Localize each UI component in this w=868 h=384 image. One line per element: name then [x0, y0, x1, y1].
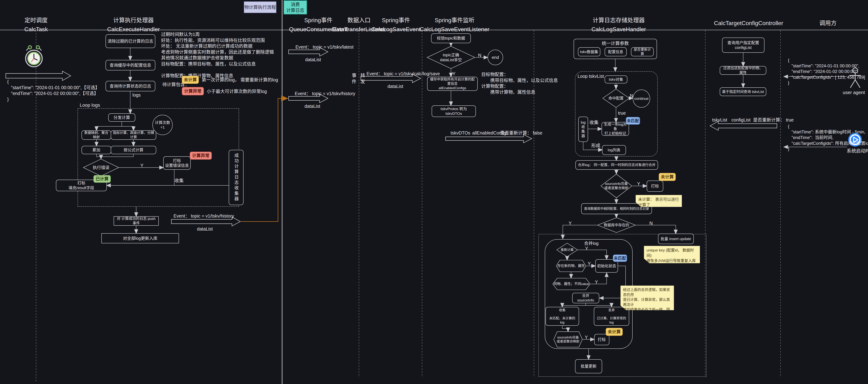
badge-calc-error-mark: 计算异常 — [190, 152, 212, 159]
badge-unmatched-gen: 未匹配 — [626, 117, 640, 124]
chip-recalc-flag: 是否重新计算 — [631, 47, 654, 56]
label-event-save: Event： topic = v1/tskv/calc/log/save — [367, 71, 440, 77]
box-collect-unmatched: 收集 未匹配、未计算的log — [546, 307, 579, 326]
diamond-db-exists: 数据库中存在的 — [597, 217, 636, 233]
label-event-history-mid: Event： topic = v1/tskv/history — [295, 91, 355, 96]
label-collect-right: 收集 — [589, 119, 598, 125]
json-note-left: { "startTime": "2024-01-01 00:00:00",【可选… — [7, 79, 100, 102]
badge-calc-error-legend: 计算异常 — [182, 87, 204, 95]
label-datalist-left: dataList — [197, 226, 213, 232]
label-recalc-false: 是否重新计算： false — [500, 130, 542, 136]
box-query-pending-logs: 查询待计算状态的日志 — [105, 81, 155, 91]
label-collect-left: 收集 — [175, 178, 184, 184]
box-query-user-config: 查询用户指定配置 configList — [722, 37, 765, 53]
chip-tskv-dataset: tskv数据集 — [578, 47, 600, 56]
label-event-latest: Event： topic = v1/tskv/latest — [296, 44, 353, 50]
legend-label: 物计算执行流程 — [244, 4, 276, 10]
diamond-recalc: 重新计算 — [556, 243, 578, 257]
badge-not-calc-top: 未计算 — [659, 173, 676, 181]
box-query-cached-config: 查询缓存中的配置信息 — [105, 60, 155, 70]
participant-subtitle: CalcLogSaveHandler — [591, 25, 646, 34]
badge-calculated: 已计算 — [93, 175, 111, 183]
legend-label: 实时数据消费 计算日志生成 — [284, 0, 307, 19]
box-log-collector: log 收 集 器 — [578, 117, 588, 142]
participant-calclogsaveeventlistener: Spring事件监听 CalcLogSaveEventListener — [420, 16, 489, 34]
diamond-exec-error: 执行错误 — [83, 159, 119, 176]
box-dispatch-calc: 分发计算 — [108, 113, 135, 122]
box-log-list: log列表 — [602, 145, 626, 155]
label-recalc-true: 是否重新计算： true — [753, 117, 794, 123]
note-config-types-left: 目标物配置：携带目标物、属性，以及公式信息 计算物配置：携带计算物、属性信息 — [161, 61, 256, 79]
label-exec-error-y: Y — [140, 163, 144, 169]
diamond-topic-valid: topic正确 dataList非空 — [427, 46, 475, 69]
json-note-user: { "startTime": "2024-01-01 00:00:00", "e… — [788, 57, 865, 86]
participant-subtitle: CalcTask — [24, 25, 48, 34]
box-mark-error: 打标 设置错误信息 — [163, 156, 191, 170]
box-tskv-object: tskv对象 — [604, 76, 627, 83]
box-query-by-time: 基于指定时间查询 tskvList — [720, 87, 766, 96]
label-hit-n: N — [630, 93, 633, 99]
box-batch-update: 批量更新 — [575, 359, 602, 373]
note-config-types-mid: 目标物配置： 携带目标物、属性，以及公式信息 计算物配置： 携带计算物、属性信息 — [481, 71, 558, 95]
box-filter-things: 过滤出这些配置中的物、属性 — [720, 66, 766, 75]
box-get-enabled-configs: 缓存中获取所有开启计算的配置信息 allEnabledConfigs — [427, 77, 478, 91]
circle-end: end — [488, 50, 503, 65]
participant-subtitle: CalcLogSaveEventListener — [420, 25, 489, 34]
diamond-sourceinfo-top: sourceInfo完备 或者是聚合映射 — [600, 174, 632, 198]
label-form: 形成 — [591, 143, 600, 149]
participant-title: 计算执行处理器 — [107, 16, 160, 25]
label-not-calculated-desc: 第一次计算的log， 需要重新计算的log — [202, 77, 278, 83]
label-merge-log: 合并log — [584, 240, 598, 246]
box-indicator-calc: 指标计算、高级计算、分摊计算 — [111, 130, 156, 140]
hex-new-thing: 存在新的物、属性 — [556, 260, 586, 272]
box-merge-sourceinfo: 合并 sourceInfo — [572, 293, 599, 303]
label-loop-logs: Loop logs — [80, 102, 100, 108]
participant-calctask: 定时调度 CalcTask — [24, 16, 48, 34]
circle-continue: continue — [633, 90, 650, 108]
label-user-agent: user agent — [843, 90, 865, 96]
vlabel-forward: 转 发 — [361, 72, 365, 85]
participant-caller: 调用方 — [819, 19, 837, 28]
box-data-mapping: 数据映射、聚合映射 — [82, 130, 111, 140]
label-event-history-left: Event： topic = v1/tskv/history — [174, 213, 234, 219]
participant-title: 定时调度 — [24, 16, 48, 25]
participant-calctargetconfigcontroller: CalcTargetConfigController — [714, 19, 783, 28]
box-formula-calc: 按公式计算 — [111, 146, 156, 154]
participant-subtitle: CalcExecuteHandler — [107, 25, 160, 34]
label-topic-n: N — [478, 52, 482, 59]
note-merge-logic: 经过上面的合并逻辑，如果状态仍然 是已计算、计算异常，那么其再次计 算的结果也必… — [621, 286, 674, 310]
clock-icon — [25, 45, 43, 69]
label-tskvdtos: tskvDTOs — [451, 130, 470, 136]
label-topic-y: Y — [453, 71, 456, 77]
legend-realtime-consume: 实时数据消费 计算日志生成 — [284, 0, 307, 14]
badge-unmatched-init: 未匹配 — [613, 255, 627, 262]
participant-title: Spring事件 — [371, 16, 421, 25]
box-clear-expired-logs: 清除过期的已计算的日志 — [105, 34, 155, 48]
label-datalist-history: dataList — [305, 103, 320, 109]
box-batch-insert: 批量 insert update — [658, 234, 694, 244]
label-configlist: configList — [732, 117, 751, 123]
vlabel-event: 事 件 — [352, 72, 356, 85]
label-si-bottom-y: Y — [585, 334, 588, 340]
note-unique-key: unique key (配置id， 数据时间) 避免多JVM运行导致重复入库 — [644, 246, 700, 263]
diagram-canvas: 定时调度 CalcTask 计算执行处理器 CalcExecuteHandler… — [0, 0, 868, 384]
badge-not-calc-bottom: 未计算 — [606, 328, 623, 336]
participant-subtitle: CalcLogSaveEvent — [371, 25, 421, 34]
diamond-hit-config: 命中配置 — [602, 89, 629, 108]
label-samething-y: Y — [595, 279, 598, 285]
label-newthing-y: Y — [588, 261, 591, 267]
participant-title: 计算日志存储处理器 — [591, 16, 646, 25]
box-update-all-logs: 对全部log更新入库 — [101, 233, 179, 243]
label-unified-params: 统一计算参数 — [602, 40, 629, 47]
participant-title: CalcTargetConfigController — [714, 19, 783, 28]
box-mark-top: 打标 — [647, 180, 663, 192]
label-loop-tskvlist: Loop tskvList — [578, 73, 604, 79]
box-gen-log: 生成一条log对象 打上初始标记 — [601, 122, 629, 136]
hex-sourceinfo-bottom: sourceInfo完备 或者是聚合映射 — [553, 331, 583, 347]
loop-tskvlist-rect — [575, 71, 658, 156]
badge-not-calculated-legend: 未计算 — [182, 76, 199, 84]
legend-thing-calc-flow: 物计算执行流程 — [244, 1, 276, 13]
participant-calclogsaveevent: Spring事件 CalcLogSaveEvent — [371, 16, 421, 34]
label-calc-error-desc: 小于最大可计算次数的异常log — [207, 88, 267, 94]
label-si-top-y: Y — [637, 181, 640, 187]
